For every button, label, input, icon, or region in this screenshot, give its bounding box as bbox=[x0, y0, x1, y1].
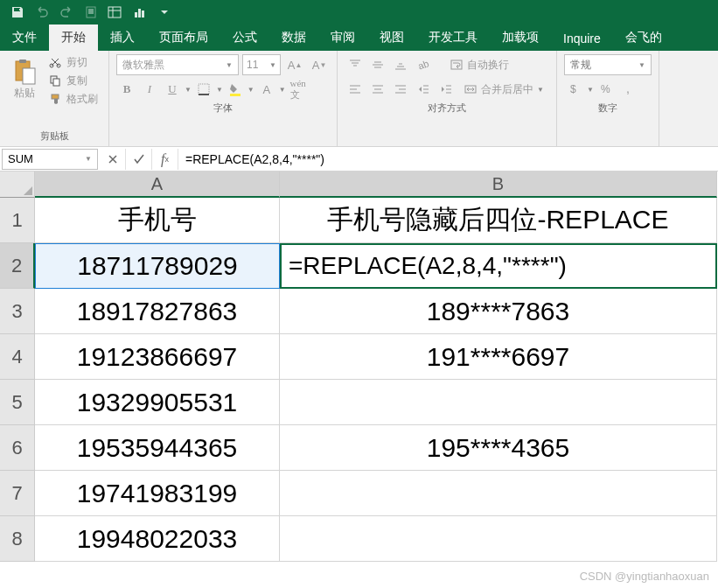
align-bottom-button[interactable] bbox=[390, 54, 411, 75]
font-name-combo[interactable]: 微软雅黑▼ bbox=[116, 54, 239, 75]
row-header-8[interactable]: 8 bbox=[0, 516, 35, 562]
wrap-text-button[interactable]: 自动换行 bbox=[444, 56, 514, 74]
insert-function-button[interactable]: fx bbox=[152, 149, 178, 170]
name-box[interactable]: SUM▼ bbox=[2, 149, 98, 170]
cell-A5[interactable]: 19329905531 bbox=[35, 380, 280, 425]
cell-B5[interactable] bbox=[280, 380, 717, 425]
cell-A8[interactable]: 19948022033 bbox=[35, 516, 280, 562]
touch-mode-icon[interactable] bbox=[80, 2, 101, 23]
tab-review[interactable]: 审阅 bbox=[318, 24, 367, 51]
phonetic-button[interactable]: wén文 bbox=[288, 79, 309, 100]
tab-formulas[interactable]: 公式 bbox=[220, 24, 269, 51]
chevron-down-icon: ▼ bbox=[537, 86, 544, 94]
chevron-down-icon[interactable]: ▼ bbox=[185, 86, 192, 94]
decrease-font-button[interactable]: A▼ bbox=[309, 54, 330, 75]
tab-view[interactable]: 视图 bbox=[367, 24, 416, 51]
chevron-down-icon[interactable]: ▼ bbox=[247, 86, 254, 94]
chevron-down-icon[interactable]: ▼ bbox=[216, 86, 223, 94]
decrease-indent-button[interactable] bbox=[413, 79, 434, 100]
align-middle-button[interactable] bbox=[367, 54, 388, 75]
tab-file[interactable]: 文件 bbox=[0, 24, 49, 51]
col-header-B[interactable]: B bbox=[280, 172, 717, 198]
group-font: 微软雅黑▼ 11▼ A▲ A▼ B I U ▼ ▼ ▼ A ▼ wén文 字体 bbox=[109, 51, 338, 146]
paste-icon bbox=[10, 58, 38, 86]
svg-rect-2 bbox=[108, 7, 121, 18]
copy-button[interactable]: 复制 bbox=[45, 73, 101, 89]
border-button[interactable] bbox=[193, 79, 214, 100]
tab-addins[interactable]: 加载项 bbox=[490, 24, 551, 51]
cell-A4[interactable]: 19123866697 bbox=[35, 334, 280, 380]
cell-A2[interactable]: 18711789029 bbox=[35, 243, 280, 289]
underline-button[interactable]: U bbox=[162, 79, 183, 100]
fill-color-button[interactable] bbox=[225, 79, 246, 100]
chart-icon[interactable] bbox=[129, 2, 150, 23]
cut-label: 剪切 bbox=[66, 55, 87, 70]
increase-indent-button[interactable] bbox=[436, 79, 457, 100]
row-header-7[interactable]: 7 bbox=[0, 471, 35, 516]
comma-button[interactable]: , bbox=[618, 79, 639, 100]
align-center-button[interactable] bbox=[367, 79, 388, 100]
tab-developer[interactable]: 开发工具 bbox=[416, 24, 490, 51]
align-left-button[interactable] bbox=[345, 79, 366, 100]
percent-button[interactable]: % bbox=[596, 79, 617, 100]
enter-formula-button[interactable] bbox=[126, 149, 152, 170]
cancel-formula-button[interactable] bbox=[100, 149, 126, 170]
cell-B4[interactable]: 191****6697 bbox=[280, 334, 717, 380]
formula-bar: SUM▼ fx bbox=[0, 147, 718, 172]
row-header-2[interactable]: 2 bbox=[0, 243, 35, 289]
accounting-button[interactable]: $ bbox=[564, 79, 585, 100]
cell-A7[interactable]: 19741983199 bbox=[35, 471, 280, 516]
tab-insert[interactable]: 插入 bbox=[98, 24, 147, 51]
col-header-A[interactable]: A bbox=[35, 172, 280, 198]
scissors-icon bbox=[49, 56, 63, 70]
formula-input[interactable] bbox=[178, 149, 718, 170]
pivot-icon[interactable] bbox=[105, 2, 126, 23]
row-header-1[interactable]: 1 bbox=[0, 198, 35, 243]
align-top-button[interactable] bbox=[345, 54, 366, 75]
chevron-down-icon[interactable]: ▼ bbox=[279, 86, 286, 94]
row-header-6[interactable]: 6 bbox=[0, 425, 35, 471]
save-icon[interactable] bbox=[7, 2, 28, 23]
row-header-3[interactable]: 3 bbox=[0, 289, 35, 334]
undo-icon[interactable] bbox=[31, 2, 52, 23]
svg-rect-9 bbox=[19, 60, 26, 63]
tab-inquire[interactable]: Inquire bbox=[551, 26, 613, 51]
select-all-corner[interactable] bbox=[0, 172, 35, 198]
tab-data[interactable]: 数据 bbox=[269, 24, 318, 51]
chevron-down-icon[interactable]: ▼ bbox=[587, 86, 594, 94]
cut-button[interactable]: 剪切 bbox=[45, 54, 101, 71]
orientation-button[interactable]: ab bbox=[413, 54, 434, 75]
svg-rect-1 bbox=[88, 9, 94, 14]
font-group-label: 字体 bbox=[116, 100, 330, 116]
tab-extra[interactable]: 会飞的 bbox=[613, 24, 674, 51]
cell-B3[interactable]: 189****7863 bbox=[280, 289, 717, 334]
cell-B8[interactable] bbox=[280, 516, 717, 562]
number-format-combo[interactable]: 常规▼ bbox=[564, 54, 652, 75]
svg-rect-15 bbox=[52, 94, 59, 99]
cell-B1[interactable]: 手机号隐藏后四位-REPLACE bbox=[280, 198, 717, 243]
group-alignment: ab 自动换行 合并后居中 ▼ 对齐方式 bbox=[338, 51, 557, 146]
paste-button[interactable]: 粘贴 bbox=[7, 54, 42, 128]
cell-A3[interactable]: 18917827863 bbox=[35, 289, 280, 334]
copy-icon bbox=[49, 74, 63, 88]
font-color-button[interactable]: A bbox=[256, 79, 277, 100]
cell-B2[interactable]: REPLACE(old_text, start_num, num_chars, … bbox=[280, 243, 717, 289]
tab-home[interactable]: 开始 bbox=[49, 24, 98, 51]
cell-A6[interactable]: 19535944365 bbox=[35, 425, 280, 471]
cell-B6[interactable]: 195****4365 bbox=[280, 425, 717, 471]
align-right-button[interactable] bbox=[390, 79, 411, 100]
bold-button[interactable]: B bbox=[116, 79, 137, 100]
cell-B7[interactable] bbox=[280, 471, 717, 516]
row-header-5[interactable]: 5 bbox=[0, 380, 35, 425]
italic-button[interactable]: I bbox=[139, 79, 160, 100]
watermark: CSDN @yingtianhaoxuan bbox=[580, 570, 709, 583]
merge-center-button[interactable]: 合并后居中 ▼ bbox=[458, 80, 549, 99]
qat-more-icon[interactable] bbox=[154, 2, 175, 23]
font-size-combo[interactable]: 11▼ bbox=[242, 54, 281, 75]
format-painter-button[interactable]: 格式刷 bbox=[45, 91, 101, 108]
cell-A1[interactable]: 手机号 bbox=[35, 198, 280, 243]
row-header-4[interactable]: 4 bbox=[0, 334, 35, 380]
tab-layout[interactable]: 页面布局 bbox=[147, 24, 220, 51]
redo-icon[interactable] bbox=[56, 2, 77, 23]
increase-font-button[interactable]: A▲ bbox=[284, 54, 305, 75]
